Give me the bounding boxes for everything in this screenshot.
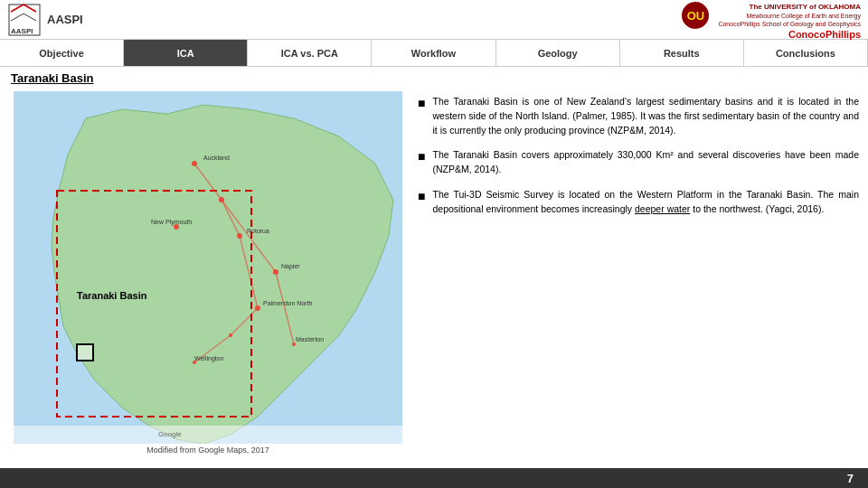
svg-text:Wellington: Wellington (194, 355, 224, 362)
page-title: Taranaki Basin (0, 67, 868, 88)
main-content: Auckland Rotorua Napier Palmerston North… (0, 88, 868, 483)
svg-text:Rotorua: Rotorua (247, 228, 269, 234)
nav-workflow[interactable]: Workflow (372, 40, 495, 66)
footer: 7 (0, 468, 868, 488)
text-block-3: ■ The Tui-3D Seismic Survey is located o… (418, 188, 859, 217)
map-area: Auckland Rotorua Napier Palmerston North… (9, 91, 407, 482)
nav-objective[interactable]: Objective (0, 40, 124, 66)
aaspi-logo-icon: AASPI (7, 3, 42, 37)
nav-results[interactable]: Results (620, 40, 744, 66)
university-info: The UNIVERSITY of OKLAHOMA Mewbourne Col… (718, 3, 861, 29)
page-number: 7 (847, 472, 854, 485)
nav-ica-vs-pca[interactable]: ICA vs. PCA (248, 40, 372, 66)
svg-rect-28 (14, 426, 402, 444)
logo-area: AASPI AASPI (7, 3, 83, 37)
svg-text:Google: Google (158, 430, 182, 438)
ou-logo: OU (682, 2, 709, 29)
svg-text:New Plymouth: New Plymouth (151, 219, 192, 226)
para3-after: to the northwest. (Yagci, 2016). (690, 203, 824, 214)
svg-text:Palmerston North: Palmerston North (263, 300, 313, 306)
svg-text:Auckland: Auckland (203, 155, 230, 161)
paragraph-3: The Tui-3D Seismic Survey is located on … (432, 188, 859, 217)
bullet-1: ■ (418, 96, 425, 110)
nav-conclusions[interactable]: Conclusions (744, 40, 868, 66)
navigation-bar: Objective ICA ICA vs. PCA Workflow Geolo… (0, 40, 868, 67)
paragraph-1: The Taranaki Basin is one of New Zealand… (432, 95, 859, 137)
text-area: ■ The Taranaki Basin is one of New Zeala… (418, 91, 859, 482)
nav-ica[interactable]: ICA (124, 40, 248, 66)
text-block-2: ■ The Taranaki Basin covers approximatel… (418, 148, 859, 177)
university-branding: OU The UNIVERSITY of OKLAHOMA Mewbourne … (682, 2, 861, 40)
paragraph-2: The Taranaki Basin covers approximately … (432, 148, 859, 177)
map-svg: Auckland Rotorua Napier Palmerston North… (14, 91, 402, 444)
svg-text:Napier: Napier (281, 263, 300, 270)
bullet-2: ■ (418, 149, 425, 164)
map-container: Auckland Rotorua Napier Palmerston North… (14, 91, 402, 444)
nav-geology[interactable]: Geology (496, 40, 620, 66)
bullet-3: ■ (418, 189, 425, 203)
conoco-logo: ConocoPhillips (788, 29, 861, 40)
svg-rect-27 (77, 344, 93, 361)
svg-text:Masterton: Masterton (296, 336, 324, 343)
svg-text:Taranaki Basin: Taranaki Basin (77, 290, 147, 301)
header: AASPI AASPI OU The UNIVERSITY of OKLAHOM… (0, 0, 868, 40)
para3-underline: deeper water (635, 203, 690, 214)
logo-text: AASPI (47, 13, 83, 26)
text-block-1: ■ The Taranaki Basin is one of New Zeala… (418, 95, 859, 137)
map-caption: Modified from Google Maps, 2017 (146, 446, 269, 455)
svg-text:AASPI: AASPI (11, 27, 33, 35)
